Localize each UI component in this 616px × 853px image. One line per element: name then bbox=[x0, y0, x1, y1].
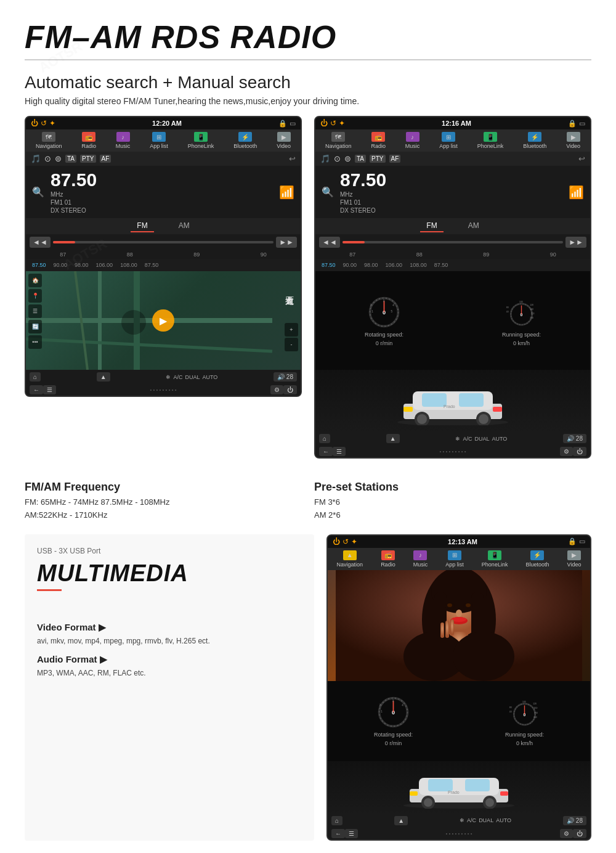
menu-nav-btn-3[interactable]: ☰ bbox=[345, 829, 358, 838]
screen3-time: 12:13 AM bbox=[448, 538, 477, 545]
nav-radio-3[interactable]: 📻 Radio bbox=[381, 550, 395, 568]
slider-right-btn-2[interactable]: ►► bbox=[565, 237, 586, 248]
back-nav-btn-3[interactable]: ← bbox=[331, 829, 345, 838]
preset2-3[interactable]: 98.00 bbox=[362, 261, 381, 269]
preset2-2[interactable]: 90.00 bbox=[341, 261, 360, 269]
power-nav-btn-2[interactable]: ⏻ bbox=[573, 447, 586, 456]
nav-applist-2[interactable]: ⊞ App list bbox=[439, 132, 458, 149]
power-nav-btn-3[interactable]: ⏻ bbox=[573, 829, 586, 838]
map-zoom-out[interactable]: - bbox=[285, 338, 298, 351]
radio-scan-btn-2[interactable]: ⊙ bbox=[334, 154, 341, 163]
dot-nav-3: • • • • • • • • • bbox=[358, 831, 560, 836]
nav-radio-2[interactable]: 📻 Radio bbox=[371, 132, 386, 149]
nav-bluetooth-3[interactable]: ⚡ Bluetooth bbox=[525, 550, 549, 568]
nav-video-1[interactable]: ▶ Video bbox=[277, 132, 291, 149]
nav-bluetooth-2[interactable]: ⚡ Bluetooth bbox=[523, 132, 546, 149]
nav-label-bluetooth: Bluetooth bbox=[233, 143, 257, 149]
map-zoom-in[interactable]: + bbox=[285, 323, 298, 337]
menu-nav-btn-2[interactable]: ☰ bbox=[333, 447, 346, 456]
radio-refresh-btn[interactable]: ⊚ bbox=[55, 154, 62, 163]
preset-3[interactable]: 98.00 bbox=[72, 261, 91, 269]
radio-refresh-btn-2[interactable]: ⊚ bbox=[344, 154, 351, 163]
map-more-btn[interactable]: ••• bbox=[28, 335, 42, 349]
up-ctrl-btn-2[interactable]: ▲ bbox=[386, 434, 400, 443]
nav-navigation-1[interactable]: 🗺 Navigation bbox=[36, 132, 62, 149]
power-nav-btn[interactable]: ⏻ bbox=[283, 385, 297, 394]
nav-label-bluetooth-3: Bluetooth bbox=[525, 561, 549, 568]
am-tab-1[interactable]: AM bbox=[172, 220, 196, 232]
fm-tab-2[interactable]: FM bbox=[420, 220, 443, 232]
preset-2[interactable]: 90.00 bbox=[51, 261, 70, 269]
nav-video-2[interactable]: ▶ Video bbox=[566, 132, 580, 149]
nav-icon-music-2: ♪ bbox=[406, 132, 419, 142]
nav-applist-3[interactable]: ⊞ App list bbox=[445, 550, 464, 568]
settings-nav-btn[interactable]: ⚙ bbox=[270, 385, 283, 394]
radio-scan-btn[interactable]: ⊙ bbox=[44, 154, 51, 163]
preset-4[interactable]: 106.00 bbox=[94, 261, 116, 269]
map-nearby-btn[interactable]: 🔄 bbox=[28, 320, 42, 333]
nav-music-2[interactable]: ♪ Music bbox=[405, 132, 420, 149]
freq-search-btn[interactable]: 🔍 bbox=[32, 186, 44, 198]
radio-back-btn[interactable]: ↩ bbox=[289, 154, 296, 163]
power-icon-2: ⏻ bbox=[320, 119, 328, 128]
freq-label-89-2: 89 bbox=[483, 251, 489, 258]
preset-5[interactable]: 108.00 bbox=[118, 261, 140, 269]
nav-navigation-3[interactable]: ▲ Navigation bbox=[337, 550, 363, 568]
nav-bluetooth-1[interactable]: ⚡ Bluetooth bbox=[233, 132, 257, 149]
video-format-title: Video Format ▶ bbox=[37, 622, 302, 633]
am-tab-2[interactable]: AM bbox=[462, 220, 485, 232]
radio-back-btn-2[interactable]: ↩ bbox=[578, 154, 585, 163]
settings-icon-3: ✦ bbox=[351, 537, 357, 546]
nav-icon-navigation: 🗺 bbox=[42, 132, 55, 142]
map-poi-btn[interactable]: ☰ bbox=[28, 304, 42, 318]
settings-nav-btn-2[interactable]: ⚙ bbox=[560, 447, 573, 456]
multimedia-panel: USB - 3X USB Port MULTIMEDIA Video Forma… bbox=[25, 534, 314, 841]
freq-number-group-2: 87.50 MHz FM1 01 DX STEREO bbox=[340, 169, 386, 214]
nav-phonelink-2[interactable]: 📱 PhoneLink bbox=[477, 132, 504, 149]
preset2-5[interactable]: 108.00 bbox=[407, 261, 429, 269]
settings-nav-btn-3[interactable]: ⚙ bbox=[560, 829, 573, 838]
freq-label-90: 90 bbox=[261, 251, 267, 258]
map-locate-btn[interactable]: 📍 bbox=[28, 289, 42, 303]
slider-left-btn[interactable]: ◄◄ bbox=[30, 237, 51, 248]
radio-icon-btn-2[interactable]: 🎵 bbox=[320, 154, 330, 163]
map-home-btn[interactable]: 🏠 bbox=[28, 274, 42, 287]
preset-1-active[interactable]: 87.50 bbox=[30, 261, 49, 269]
nav-radio-1[interactable]: 📻 Radio bbox=[81, 132, 96, 149]
home-ctrl-btn-3[interactable]: ⌂ bbox=[331, 816, 342, 825]
preset2-6[interactable]: 87.50 bbox=[432, 261, 451, 269]
up-ctrl-btn-3[interactable]: ▲ bbox=[394, 816, 408, 825]
home-ctrl-btn-2[interactable]: ⌂ bbox=[319, 434, 330, 443]
map-play-button[interactable]: ▶ bbox=[152, 309, 174, 332]
vol-ctrl-btn-3[interactable]: 🔊 28 bbox=[563, 816, 586, 825]
vol-ctrl-btn-2[interactable]: 🔊 28 bbox=[563, 434, 586, 443]
freq-label-88-2: 88 bbox=[416, 251, 423, 258]
back-nav-btn-2[interactable]: ← bbox=[319, 447, 333, 456]
back-nav-btn[interactable]: ← bbox=[30, 385, 43, 394]
nav-applist-1[interactable]: ⊞ App list bbox=[150, 132, 168, 149]
preset2-1[interactable]: 87.50 bbox=[319, 261, 338, 269]
woman-silhouette-svg bbox=[328, 570, 590, 681]
nav-phonelink-1[interactable]: 📱 PhoneLink bbox=[188, 132, 214, 149]
freq-search-btn-2[interactable]: 🔍 bbox=[322, 186, 334, 198]
radio-icon-btn[interactable]: 🎵 bbox=[31, 154, 41, 163]
slider-left-btn-2[interactable]: ◄◄ bbox=[319, 237, 340, 248]
preset-6[interactable]: 87.50 bbox=[142, 261, 161, 269]
radio-tag-pty: PTY bbox=[80, 155, 95, 163]
nav-icon-navigation-3: ▲ bbox=[343, 550, 357, 560]
nav-music-1[interactable]: ♪ Music bbox=[116, 132, 131, 149]
nav-video-3[interactable]: ▶ Video bbox=[567, 550, 582, 568]
nav-phonelink-3[interactable]: 📱 PhoneLink bbox=[482, 550, 508, 568]
nav-music-3[interactable]: ♪ Music bbox=[413, 550, 428, 568]
nav-navigation-2[interactable]: 🗺 Navigation bbox=[325, 132, 352, 149]
title-divider bbox=[25, 59, 591, 60]
gauge2-container: 0 80 40 120 160 200 240 100 Running spee… bbox=[502, 295, 541, 346]
svg-text:120: 120 bbox=[533, 703, 537, 705]
up-ctrl-btn[interactable]: ▲ bbox=[97, 372, 110, 382]
slider-right-btn[interactable]: ►► bbox=[276, 237, 297, 248]
menu-nav-btn[interactable]: ☰ bbox=[43, 385, 56, 394]
fm-tab-1[interactable]: FM bbox=[131, 220, 153, 232]
preset2-4[interactable]: 106.00 bbox=[383, 261, 405, 269]
vol-ctrl-btn[interactable]: 🔊 28 bbox=[274, 372, 297, 382]
home-ctrl-btn[interactable]: ⌂ bbox=[30, 372, 41, 382]
